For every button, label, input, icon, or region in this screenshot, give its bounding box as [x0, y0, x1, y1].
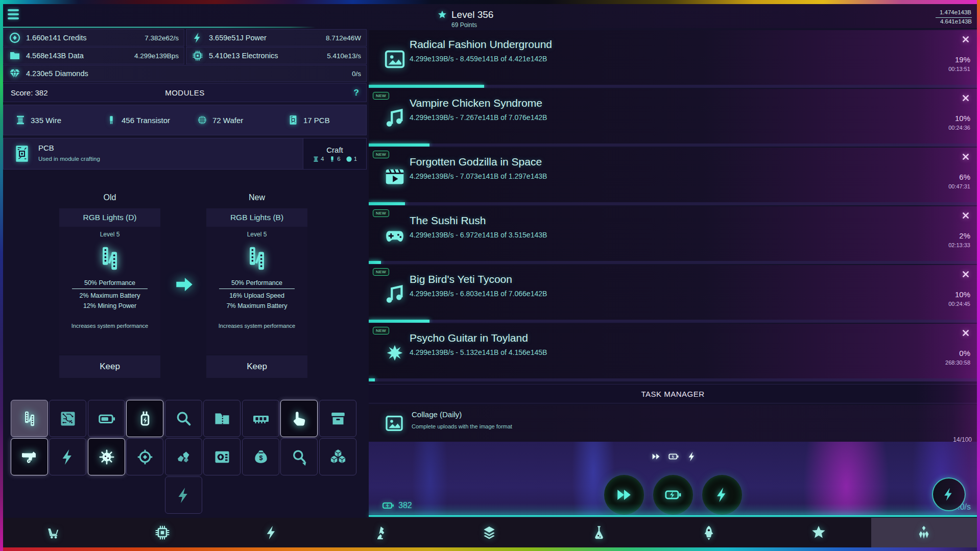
star-icon — [810, 524, 827, 541]
mining-rig-icon — [373, 524, 390, 541]
active-tab-underline — [3, 27, 316, 28]
nav-research[interactable] — [585, 519, 613, 546]
new-badge: NEW — [373, 327, 389, 334]
craft-button[interactable]: Craft 4 6 1 — [303, 138, 366, 169]
nav-servers[interactable] — [475, 519, 503, 546]
module-slot-glue-gun[interactable] — [11, 438, 48, 475]
wire-count: 335 Wire — [31, 116, 61, 125]
magnifier-icon — [175, 410, 193, 428]
upload-detail: 4.299e139B/s - 6.972e141B of 3.515e143B — [410, 231, 547, 239]
module-slot-led-strip[interactable] — [11, 400, 48, 437]
upload-progress-fill — [369, 202, 405, 205]
keep-new-button[interactable]: Keep — [206, 355, 307, 378]
module-slot-battery[interactable] — [88, 400, 125, 437]
module-slot-ram[interactable] — [242, 400, 279, 437]
bolt-icon — [59, 448, 77, 466]
module-slot-money-bag[interactable]: $ — [242, 438, 279, 475]
close-icon[interactable] — [962, 35, 970, 43]
module-slot-bolt-extra[interactable] — [165, 476, 202, 514]
fast-forward-boost-button[interactable] — [606, 476, 642, 513]
module-card-old: RGB Lights (D) Level 5 50% Performance 2… — [59, 208, 160, 378]
upload-title: Psycho Guitar in Toyland — [410, 332, 528, 344]
module-card-new: RGB Lights (B) Level 5 50% Performance 1… — [206, 208, 307, 378]
task-progress: 14/100 — [953, 436, 972, 442]
module-slot-storage-box[interactable] — [319, 400, 356, 437]
ore-chunks-icon — [175, 448, 193, 466]
crystals-icon — [916, 524, 932, 541]
craft-cost-wire: 4 — [313, 156, 324, 162]
nav-achievements[interactable] — [805, 519, 832, 546]
electronics-chip-icon — [192, 50, 204, 62]
menu-button[interactable] — [8, 9, 19, 19]
close-icon[interactable] — [962, 94, 970, 102]
close-icon[interactable] — [962, 270, 970, 278]
keep-old-button[interactable]: Keep — [59, 355, 160, 378]
module-slot-click-hand[interactable] — [280, 400, 318, 437]
help-button[interactable]: ? — [354, 88, 359, 98]
task-manager-title: TASK MANAGER — [641, 390, 704, 398]
led-strip-icon — [243, 244, 271, 273]
close-icon[interactable] — [962, 329, 970, 337]
video-format-icon — [383, 165, 407, 188]
pcb-large-icon — [12, 143, 32, 164]
rgb-border-right — [977, 0, 980, 551]
nav-mining[interactable] — [368, 519, 395, 546]
module-slot-cubes[interactable] — [319, 438, 356, 475]
layers-icon — [481, 524, 497, 541]
bolt-icon — [264, 524, 280, 541]
module-old-stat3: 12% Mining Power — [59, 302, 160, 309]
battery-boost-button[interactable] — [655, 476, 691, 513]
side-power-button[interactable] — [932, 477, 966, 511]
module-slot-zip-folder[interactable] — [203, 400, 241, 437]
close-icon[interactable] — [962, 153, 970, 161]
module-slot-bolt[interactable] — [49, 438, 86, 475]
close-icon[interactable] — [962, 211, 970, 220]
module-slot-magnifier[interactable] — [165, 400, 202, 437]
nav-hardware[interactable] — [149, 519, 176, 546]
upload-percent: 10% — [955, 290, 970, 299]
led-strip-icon — [20, 410, 39, 428]
module-slot-virus[interactable] — [88, 438, 125, 475]
battery-charge-icon — [668, 451, 679, 462]
module-slot-ore[interactable] — [165, 438, 202, 475]
upgrade-arrow-icon — [173, 274, 196, 295]
upload-progress-track — [369, 85, 977, 88]
module-slot-circuit[interactable] — [49, 400, 86, 437]
power-rate: 8.712e46W — [326, 34, 361, 42]
nav-rocket[interactable] — [695, 519, 723, 546]
nav-power[interactable] — [258, 519, 285, 546]
power-boost-button[interactable] — [704, 476, 740, 513]
flask-icon — [591, 524, 607, 541]
upload-time-remaining: 02:13:33 — [948, 242, 970, 248]
nav-crystals[interactable] — [910, 519, 938, 546]
rgb-border-top — [0, 0, 980, 4]
module-slot-charger[interactable] — [126, 400, 163, 437]
pcb-count: 17 PCB — [303, 116, 330, 125]
compare-new-heading: New — [206, 193, 307, 202]
resource-credits: 1.660e141 Credits 7.382e62/s — [3, 29, 184, 46]
module-slot-target[interactable] — [126, 438, 163, 475]
module-slot-psu[interactable] — [203, 438, 241, 475]
module-new-stat2: 16% Upload Speed — [206, 292, 307, 299]
boost-battery-count: 382 — [382, 499, 412, 512]
nav-shop[interactable] — [39, 519, 67, 546]
material-wafer: 72 Wafer — [197, 105, 243, 135]
module-new-stat3: 7% Maximum Battery — [206, 302, 307, 309]
transistor-count: 456 Transistor — [122, 116, 170, 125]
game-format-icon — [383, 224, 407, 247]
upload-row: NEW The Sushi Rush 4.299e139B/s - 6.972e… — [369, 206, 977, 264]
upload-percent: 0% — [959, 349, 970, 357]
bolt-icon — [941, 487, 957, 502]
bolt-icon — [713, 486, 731, 504]
upload-percent: 19% — [955, 55, 970, 64]
new-badge: NEW — [373, 268, 389, 276]
uploads-panel: Radical Fashion Underground 4.299e139B/s… — [369, 29, 977, 517]
led-strip-icon — [95, 244, 124, 273]
module-slot-search-upgrade[interactable] — [280, 438, 318, 475]
fast-forward-icon — [615, 486, 633, 504]
score-label: Score: 382 — [11, 88, 48, 97]
upload-row: Radical Fashion Underground 4.299e139B/s… — [369, 30, 977, 88]
boost-count-value: 382 — [398, 501, 412, 510]
resource-power: 3.659e51J Power 8.712e46W — [186, 29, 367, 46]
music-format-icon — [383, 282, 407, 306]
